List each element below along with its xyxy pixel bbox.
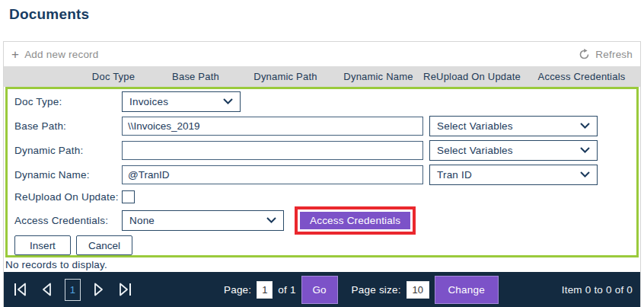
access-credentials-label: Access Credentials: xyxy=(14,215,122,226)
base-path-variables-select[interactable]: Select Variables xyxy=(429,116,598,136)
refresh-button[interactable]: Refresh xyxy=(579,49,633,60)
grid-toolbar: + Add new record Refresh xyxy=(4,42,640,66)
pager-bar: 1 Page: of 1 Go Page size: Change xyxy=(4,272,640,307)
refresh-label: Refresh xyxy=(595,49,633,60)
reupload-label: ReUpload On Update: xyxy=(14,191,122,203)
first-page-icon[interactable] xyxy=(11,280,30,299)
cancel-button[interactable]: Cancel xyxy=(76,235,132,255)
item-count-info: Item 0 to 0 of 0 xyxy=(562,284,633,296)
add-new-record-label: Add new record xyxy=(24,49,98,60)
doc-type-selected-value: Invoices xyxy=(129,96,168,107)
page-of-label: of 1 xyxy=(278,284,295,296)
base-path-label: Base Path: xyxy=(14,120,122,132)
last-page-icon[interactable] xyxy=(116,280,134,299)
dynamic-path-variables-value: Select Variables xyxy=(437,145,513,156)
dynamic-path-row: Dynamic Path: Select Variables xyxy=(14,139,636,161)
column-header-doc-type: Doc Type xyxy=(71,71,156,82)
grid-header-row: Doc Type Base Path Dynamic Path Dynamic … xyxy=(4,66,640,87)
refresh-icon xyxy=(579,49,590,60)
dynamic-path-input[interactable] xyxy=(122,141,423,160)
dynamic-name-label: Dynamic Name: xyxy=(14,169,122,181)
documents-grid: + Add new record Refresh Doc Type Base P… xyxy=(3,41,641,307)
insert-record-form: Doc Type: Invoices Base Path: Select Var… xyxy=(5,87,639,257)
doc-type-select[interactable]: Invoices xyxy=(122,91,241,112)
column-header-dynamic-name: Dynamic Name xyxy=(336,71,421,82)
plus-icon: + xyxy=(11,48,19,61)
doc-type-label: Doc Type: xyxy=(14,96,122,107)
page-label: Page: xyxy=(224,284,251,296)
column-header-reupload: ReUpload On Update xyxy=(421,71,523,82)
base-path-row: Base Path: Select Variables xyxy=(14,115,636,136)
base-path-variables-value: Select Variables xyxy=(437,120,513,132)
column-header-access-credentials: Access Credentials xyxy=(523,71,640,82)
chevron-down-icon xyxy=(580,171,590,177)
no-records-message: No records to display. xyxy=(4,257,640,272)
red-highlight-annotation: Access Credentials xyxy=(295,206,416,235)
page-number-input[interactable] xyxy=(257,281,273,299)
chevron-down-icon xyxy=(580,147,590,153)
reupload-checkbox[interactable] xyxy=(122,190,135,203)
next-page-icon[interactable] xyxy=(90,280,107,299)
access-credentials-selected-value: None xyxy=(129,215,155,226)
page-size-input[interactable] xyxy=(406,281,429,299)
page-title: Documents xyxy=(9,6,89,23)
base-path-input[interactable] xyxy=(122,117,423,136)
chevron-down-icon xyxy=(580,123,590,129)
doc-type-row: Doc Type: Invoices xyxy=(14,91,636,112)
access-credentials-row: Access Credentials: None Access Credenti… xyxy=(14,208,636,232)
column-header-dynamic-path: Dynamic Path xyxy=(235,71,336,82)
dynamic-name-variables-select[interactable]: Tran ID xyxy=(429,165,598,185)
dynamic-name-row: Dynamic Name: Tran ID xyxy=(14,164,636,185)
insert-button[interactable]: Insert xyxy=(14,235,71,255)
form-actions-row: Insert Cancel xyxy=(14,235,636,255)
page-size-group: Page size: Change xyxy=(352,276,499,304)
page-size-label: Page size: xyxy=(352,284,401,296)
dynamic-name-input[interactable] xyxy=(122,165,423,184)
dynamic-name-variables-value: Tran ID xyxy=(437,169,472,181)
current-page-indicator[interactable]: 1 xyxy=(65,279,81,301)
dynamic-path-label: Dynamic Path: xyxy=(14,145,122,156)
access-credentials-button[interactable]: Access Credentials xyxy=(300,212,410,229)
add-new-record-button[interactable]: + Add new record xyxy=(11,48,99,61)
change-button[interactable]: Change xyxy=(435,276,499,304)
chevron-down-icon xyxy=(223,98,233,104)
go-button[interactable]: Go xyxy=(301,276,338,304)
reupload-row: ReUpload On Update: xyxy=(14,188,636,205)
page-jump-group: Page: of 1 Go xyxy=(224,276,338,304)
access-credentials-select[interactable]: None xyxy=(122,210,284,231)
pager-nav-group: 1 xyxy=(11,279,134,301)
chevron-down-icon xyxy=(266,217,276,223)
column-header-base-path: Base Path xyxy=(156,71,235,82)
dynamic-path-variables-select[interactable]: Select Variables xyxy=(429,140,598,161)
previous-page-icon[interactable] xyxy=(39,280,56,299)
